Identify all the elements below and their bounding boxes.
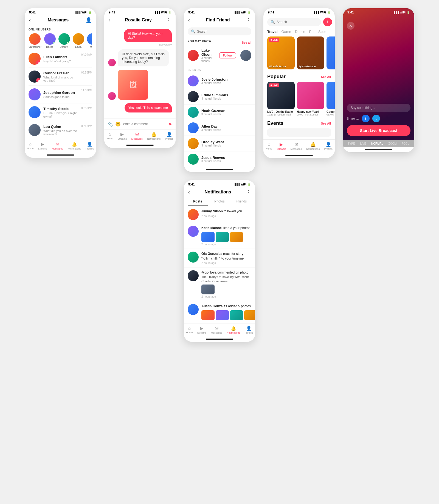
category-game[interactable]: Game — [282, 30, 291, 34]
nav-streams[interactable]: ▶ Streams — [197, 326, 207, 334]
nav-home[interactable]: ⌂ Home — [266, 142, 272, 150]
category-pet[interactable]: Pet — [309, 30, 315, 34]
conversation-item[interactable]: 3 Ellen Lambert Hey! How's it going? 04:… — [29, 50, 92, 68]
conversation-item[interactable]: Josephine Gordon Sounds good to me! 11:3… — [29, 86, 92, 103]
wifi-icon: WiFi — [241, 11, 246, 14]
online-user[interactable]: Reese — [44, 33, 56, 48]
conversation-item[interactable]: Lou Quinn What did you do over the weeke… — [29, 121, 92, 139]
category-travel[interactable]: Travel — [267, 30, 278, 34]
notif-avatar — [188, 304, 199, 315]
emoji-icon[interactable]: 😊 — [115, 122, 121, 127]
nav-notifications[interactable]: 🔔 Notifications — [147, 132, 161, 140]
profile-icon[interactable]: 👤 — [86, 17, 92, 23]
add-stream-button[interactable]: + — [323, 18, 332, 26]
stream-card[interactable]: Sylvia Graham — [297, 36, 324, 69]
friend-item[interactable]: Eddie Simmons 3 mutual friends — [184, 89, 255, 105]
mode-focus[interactable]: FOCU — [402, 142, 409, 145]
send-button[interactable]: ➤ — [168, 121, 172, 127]
nav-streams-label: Streams — [118, 137, 127, 140]
conversation-time: 11:33PM — [81, 89, 92, 92]
tab-friends[interactable]: Friends — [231, 197, 251, 206]
popular-grid: LIVE LIVE - On the Radio 10:30 | Freedom… — [263, 82, 335, 119]
conversation-preview: Hey! How's it going? — [43, 60, 78, 63]
nav-profiles[interactable]: 👤 Profiles — [86, 142, 94, 150]
tab-posts[interactable]: Posts — [188, 197, 208, 206]
nav-messages-label: Messages — [291, 148, 302, 150]
online-user[interactable]: Jeffrey — [58, 33, 70, 48]
status-time: 9:41 — [109, 10, 115, 14]
stream-card[interactable] — [327, 36, 335, 69]
conversation-time: 06:58PM — [81, 107, 92, 110]
user-name-mald: Mald — [90, 46, 92, 48]
conversation-item[interactable]: 1 Connor Frazier What kind of music do y… — [29, 68, 92, 86]
streams-search-input[interactable] — [277, 20, 318, 24]
nav-streams[interactable]: ▶ Streams — [277, 142, 286, 150]
events-placeholder — [267, 128, 331, 137]
nav-streams[interactable]: ▶ Streams — [38, 142, 47, 150]
friend-item[interactable]: Allen Day 3 mutual friends — [184, 120, 255, 136]
popular-item[interactable]: Happy new Year! 09:00 | Fort Sumter — [297, 82, 324, 116]
online-user[interactable]: Mald — [87, 33, 92, 48]
online-user[interactable]: Christopher — [29, 33, 41, 48]
nav-profiles-label: Profiles — [165, 137, 173, 140]
see-all-popular[interactable]: See All — [321, 75, 331, 78]
conversation-item[interactable]: Timothy Steele Hi Tina. How's your night… — [29, 103, 92, 121]
chat-input[interactable] — [123, 122, 166, 126]
user-name-jeffrey: Jeffrey — [60, 46, 68, 48]
stream-card[interactable]: LIVE Miranda Bross — [267, 36, 295, 69]
notif-time: 2 hours ago — [201, 243, 251, 246]
follow-button[interactable]: Follow — [219, 52, 236, 58]
nav-profiles[interactable]: 👤 Profiles — [245, 326, 253, 334]
notifications-icon: 🔔 — [151, 132, 157, 137]
tab-photos[interactable]: Photos — [209, 197, 229, 206]
nav-home[interactable]: ⌂ Home — [27, 142, 33, 150]
nav-messages[interactable]: ✉ Messages — [52, 142, 63, 150]
more-icon[interactable]: ⋮ — [166, 17, 171, 23]
more-icon[interactable]: ⋮ — [246, 17, 251, 23]
you-may-know-label: YOU MAY KNOW — [188, 40, 211, 43]
notif-avatar — [188, 209, 199, 220]
friend-item[interactable]: Josie Johnston 3 mutual friends — [184, 73, 255, 89]
nav-notifications[interactable]: 🔔 Notifications — [306, 142, 320, 150]
friend-info: Bradley West 3 mutual friends — [201, 140, 251, 147]
say-something-input[interactable]: Say something... — [347, 104, 410, 112]
unread-badge: 1 — [36, 78, 41, 83]
see-all-events[interactable]: See All — [321, 122, 331, 125]
nav-notifications[interactable]: 🔔 Notifications — [227, 326, 240, 334]
popular-item[interactable]: LIVE LIVE - On the Radio 10:30 | Freedom… — [267, 82, 295, 116]
nav-notifications[interactable]: 🔔 Notifications — [67, 142, 81, 150]
popular-image — [297, 82, 324, 109]
attachment-icon[interactable]: 📎 — [108, 122, 113, 127]
mode-live[interactable]: LIVE — [360, 142, 366, 145]
friend-name: Jesus Reeves — [201, 156, 251, 160]
start-broadcast-button[interactable]: Start Live Broadcast — [347, 125, 410, 136]
facebook-share-button[interactable]: f — [362, 115, 370, 122]
mode-normal[interactable]: NORMAL — [371, 142, 383, 145]
more-icon[interactable]: ⋮ — [246, 189, 251, 195]
notif-thumb — [216, 310, 229, 320]
see-all-suggested[interactable]: See all — [242, 41, 251, 44]
popular-item[interactable]: Google 05:40 | — [327, 82, 335, 116]
nav-streams[interactable]: ▶ Streams — [118, 132, 127, 140]
nav-messages[interactable]: ✉ Messages — [211, 326, 222, 334]
notif-body: @gorlova commented on photo The Luxury O… — [201, 270, 251, 298]
nav-home[interactable]: ⌂ Home — [186, 326, 193, 334]
category-sport[interactable]: Spor — [318, 30, 326, 34]
suggested-user[interactable]: Luke Olson 3 mutual friends Follow — [184, 46, 255, 65]
nav-messages[interactable]: ✉ Messages — [291, 142, 302, 150]
friend-item[interactable]: Bradley West 3 mutual friends — [184, 136, 255, 151]
friend-item[interactable]: Noah Guzman 3 mutual friends — [184, 105, 255, 120]
online-user[interactable]: Laura — [73, 33, 84, 48]
outgoing-bubble: Hi Stella! How was your day? — [124, 29, 172, 42]
status-bar-find: 9:41 ▐▐▐ WiFi 🔋 — [184, 8, 255, 15]
friend-item[interactable]: Jesus Reeves 3 mutual friends — [184, 151, 255, 167]
nav-messages[interactable]: ✉ Messages — [131, 132, 143, 140]
mode-zoom[interactable]: ZOOM — [389, 142, 397, 145]
nav-profiles[interactable]: 👤 Profiles — [324, 142, 333, 150]
nav-home[interactable]: ⌂ Home — [106, 132, 113, 140]
twitter-share-button[interactable]: t — [372, 115, 380, 122]
mode-type[interactable]: TYPE — [348, 142, 355, 145]
search-input[interactable] — [197, 30, 248, 33]
nav-profiles[interactable]: 👤 Profiles — [165, 132, 173, 140]
category-dance[interactable]: Dance — [295, 30, 305, 34]
